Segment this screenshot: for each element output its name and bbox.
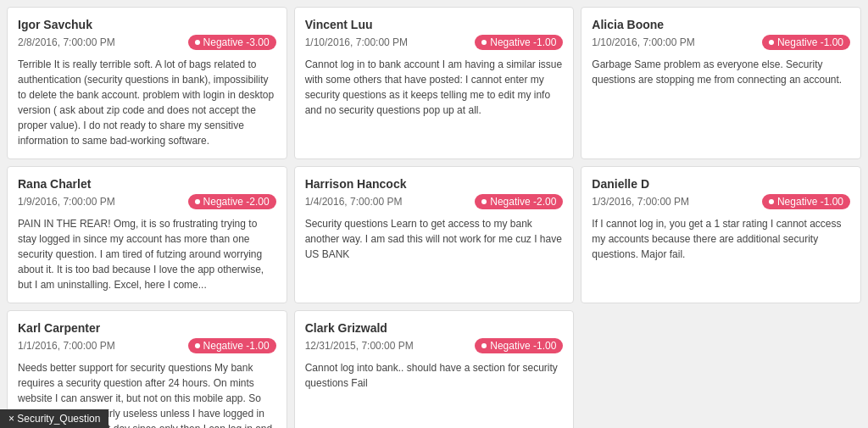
review-card-3: Alicia Boone 1/10/2016, 7:00:00 PM Negat… [581,7,861,159]
review-date: 1/3/2016, 7:00:00 PM [592,196,689,208]
review-date: 1/1/2016, 7:00:00 PM [18,340,115,352]
card-header: Vincent Luu [305,18,564,31]
card-header: Rana Charlet [18,177,276,191]
card-header: Danielle D [592,177,850,191]
review-date: 12/31/2015, 7:00:00 PM [305,340,414,352]
sentiment-badge: Negative -1.00 [475,35,563,50]
badge-dot [481,40,487,45]
card-header: Igor Savchuk [18,18,276,31]
reviewer-name: Vincent Luu [305,18,373,31]
card-meta: 1/3/2016, 7:00:00 PM Negative -1.00 [592,194,850,209]
review-card-2: Vincent Luu 1/10/2016, 7:00:00 PM Negati… [294,7,575,159]
sentiment-badge: Negative -1.00 [188,338,276,353]
reviewer-name: Karl Carpenter [18,321,100,335]
card-header: Harrison Hancock [305,177,564,191]
card-meta: 1/4/2016, 7:00:00 PM Negative -2.00 [305,194,564,209]
sentiment-badge: Negative -2.00 [188,194,276,209]
review-body: PAIN IN THE REAR! Omg, it is so frustrat… [18,216,276,292]
badge-dot [769,40,774,45]
review-body: If I cannot log in, you get a 1 star rat… [592,216,850,262]
card-meta: 2/8/2016, 7:00:00 PM Negative -3.00 [18,35,276,50]
sentiment-badge: Negative -1.00 [762,194,850,209]
badge-dot [481,343,487,348]
review-date: 1/10/2016, 7:00:00 PM [305,36,408,48]
review-date: 2/8/2016, 7:00:00 PM [18,36,115,48]
card-meta: 1/10/2016, 7:00:00 PM Negative -1.00 [592,35,850,50]
sentiment-badge: Negative -1.00 [475,338,563,353]
tag-bar[interactable]: × Security_Question [0,409,108,428]
review-date: 1/10/2016, 7:00:00 PM [592,36,694,48]
review-date: 1/4/2016, 7:00:00 PM [305,196,403,208]
reviewer-name: Danielle D [592,177,649,191]
review-body: Terrible It is really terrible soft. A l… [18,57,276,148]
sentiment-badge: Negative -3.00 [188,35,276,50]
badge-dot [769,199,774,204]
card-meta: 1/1/2016, 7:00:00 PM Negative -1.00 [18,338,276,353]
tag-label: × Security_Question [8,413,100,425]
card-meta: 12/31/2015, 7:00:00 PM Negative -1.00 [305,338,564,353]
reviewer-name: Clark Grizwald [305,321,387,335]
review-card-1: Igor Savchuk 2/8/2016, 7:00:00 PM Negati… [7,7,287,159]
card-header: Karl Carpenter [18,321,276,335]
card-header: Clark Grizwald [305,321,564,335]
badge-dot [195,40,200,45]
sentiment-badge: Negative -1.00 [762,35,850,50]
reviewer-name: Harrison Hancock [305,177,407,191]
card-meta: 1/9/2016, 7:00:00 PM Negative -2.00 [18,194,276,209]
review-body: Security questions Learn to get access t… [305,216,564,262]
reviewer-name: Igor Savchuk [18,18,92,31]
review-card-6: Danielle D 1/3/2016, 7:00:00 PM Negative… [581,166,861,303]
card-header: Alicia Boone [592,18,850,31]
review-body: Cannot log into bank.. should have a sec… [305,360,564,391]
badge-dot [195,343,200,348]
reviewer-name: Rana Charlet [18,177,91,191]
review-date: 1/9/2016, 7:00:00 PM [18,196,115,208]
review-body: Cannot log in to bank account I am havin… [305,57,564,118]
sentiment-badge: Negative -2.00 [475,194,563,209]
review-card-4: Rana Charlet 1/9/2016, 7:00:00 PM Negati… [7,166,287,303]
review-card-5: Harrison Hancock 1/4/2016, 7:00:00 PM Ne… [294,166,575,303]
reviewer-name: Alicia Boone [592,18,664,31]
review-body: Garbage Same problem as everyone else. S… [592,57,850,87]
card-meta: 1/10/2016, 7:00:00 PM Negative -1.00 [305,35,564,50]
review-card-8: Clark Grizwald 12/31/2015, 7:00:00 PM Ne… [294,310,575,428]
badge-dot [195,199,200,204]
badge-dot [481,199,487,204]
